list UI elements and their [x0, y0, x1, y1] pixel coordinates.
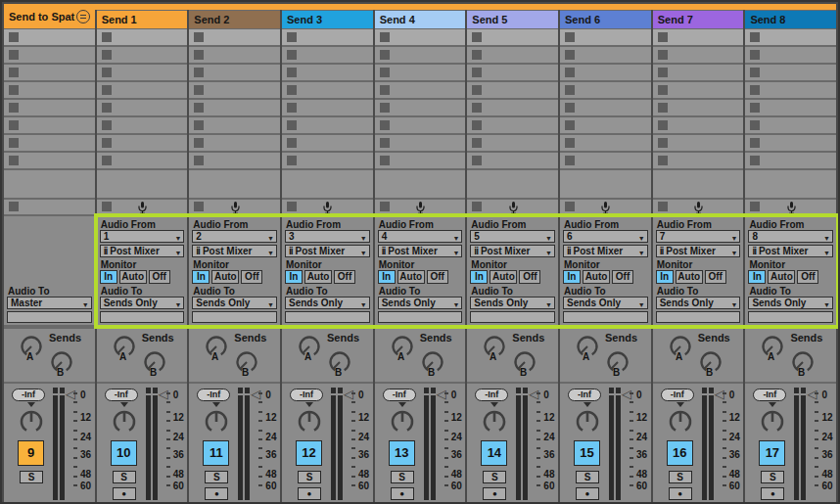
track-activator-button[interactable]: 12	[296, 440, 322, 466]
clip-stop-button[interactable]	[287, 85, 297, 95]
track-header[interactable]: Send 1	[97, 11, 188, 28]
clip-stop-button[interactable]	[194, 120, 204, 130]
solo-button[interactable]: S	[20, 471, 43, 483]
audio-to-select[interactable]: Sends Only▼	[378, 297, 463, 309]
stop-all-clips-button[interactable]	[9, 202, 19, 211]
clip-slot[interactable]	[467, 153, 558, 168]
send-knob-a[interactable]: A	[574, 334, 601, 365]
track-activator-button[interactable]: 17	[759, 440, 785, 466]
clip-slot[interactable]	[97, 100, 188, 115]
clip-slot[interactable]	[653, 82, 744, 98]
arm-record-button[interactable]: ●	[391, 487, 414, 500]
clip-slot[interactable]	[189, 100, 280, 115]
clip-stop-button[interactable]	[194, 68, 204, 77]
clip-slot[interactable]	[467, 65, 558, 80]
monitor-in-button[interactable]: In	[656, 270, 674, 284]
solo-button[interactable]: S	[761, 471, 784, 483]
audio-to-select[interactable]: Sends Only▼	[470, 297, 555, 309]
audio-from-select[interactable]: 8▼	[748, 230, 833, 243]
clip-stop-button[interactable]	[102, 32, 112, 42]
clip-stop-button[interactable]	[287, 50, 297, 60]
send-knob-a[interactable]: A	[111, 334, 138, 365]
clip-stop-button[interactable]	[194, 103, 204, 113]
send-knob-a[interactable]: A	[203, 334, 230, 365]
clip-stop-button[interactable]	[9, 50, 19, 60]
clip-slot[interactable]	[467, 82, 558, 98]
clip-stop-button[interactable]	[194, 156, 204, 165]
pan-knob[interactable]	[666, 401, 695, 440]
monitor-auto-button[interactable]: Auto	[397, 270, 425, 284]
clip-slot[interactable]	[282, 117, 373, 133]
solo-button[interactable]: S	[576, 471, 599, 483]
audio-from-select[interactable]: 4▼	[378, 230, 463, 243]
clip-slot[interactable]	[97, 29, 188, 45]
send-knob-a[interactable]: A	[759, 334, 786, 365]
clip-stop-button[interactable]	[658, 68, 668, 77]
clip-slot[interactable]	[282, 29, 373, 45]
arm-record-button[interactable]: ●	[669, 487, 692, 500]
clip-stop-button[interactable]	[472, 50, 482, 60]
send-knob-b[interactable]: B	[48, 349, 75, 381]
clip-stop-button[interactable]	[380, 138, 390, 148]
routing-point-select[interactable]: iiPost Mixer▼	[470, 245, 555, 257]
clip-stop-button[interactable]	[9, 103, 19, 113]
clip-stop-button[interactable]	[102, 85, 112, 95]
pan-knob[interactable]	[17, 401, 46, 440]
clip-stop-button[interactable]	[565, 50, 575, 60]
clip-stop-button[interactable]	[194, 32, 204, 42]
audio-to-select[interactable]: Sends Only▼	[192, 297, 277, 309]
clip-slot[interactable]	[467, 29, 558, 45]
clip-slot[interactable]	[189, 65, 280, 80]
clip-stop-button[interactable]	[194, 138, 204, 148]
send-knob-a[interactable]: A	[667, 334, 694, 365]
send-knob-b[interactable]: B	[697, 349, 724, 381]
track-header[interactable]: Send 5	[467, 11, 558, 28]
clip-stop-button[interactable]	[565, 68, 575, 77]
clip-slot[interactable]	[375, 65, 466, 80]
clip-stop-button[interactable]	[380, 103, 390, 113]
clip-stop-button[interactable]	[565, 156, 575, 165]
send-knob-a[interactable]: A	[481, 334, 508, 365]
send-knob-b[interactable]: B	[604, 349, 631, 381]
clip-slot[interactable]	[745, 135, 836, 151]
clip-stop-button[interactable]	[750, 120, 760, 130]
track-header[interactable]: Send 4	[375, 11, 466, 28]
monitor-off-button[interactable]: Off	[519, 270, 540, 284]
send-knob-b[interactable]: B	[141, 349, 168, 381]
clip-slot[interactable]	[467, 117, 558, 133]
send-knob-a[interactable]: A	[296, 334, 323, 365]
routing-point-select[interactable]: iiPost Mixer▼	[563, 245, 648, 257]
clip-stop-button[interactable]	[565, 85, 575, 95]
track-activator-button[interactable]: 16	[667, 440, 693, 466]
clip-slot[interactable]	[653, 135, 744, 151]
volume-display[interactable]: -Inf	[290, 389, 323, 401]
solo-button[interactable]: S	[483, 471, 506, 483]
monitor-off-button[interactable]: Off	[334, 270, 355, 284]
clip-slot[interactable]	[560, 100, 651, 115]
clip-slot[interactable]	[467, 100, 558, 115]
monitor-off-button[interactable]: Off	[705, 270, 726, 284]
clip-slot[interactable]	[189, 135, 280, 151]
stop-all-clips-button[interactable]	[194, 202, 204, 211]
track-header[interactable]: Send 8	[745, 11, 836, 28]
stop-all-clips-button[interactable]	[472, 202, 482, 211]
clip-stop-button[interactable]	[750, 103, 760, 113]
arm-record-button[interactable]: ●	[761, 487, 784, 500]
clip-slot[interactable]	[560, 117, 651, 133]
clip-slot[interactable]	[745, 100, 836, 115]
volume-display[interactable]: -Inf	[105, 389, 138, 401]
clip-stop-button[interactable]	[380, 156, 390, 165]
clip-stop-button[interactable]	[287, 103, 297, 113]
audio-to-select[interactable]: Sends Only▼	[656, 297, 741, 309]
solo-button[interactable]: S	[391, 471, 414, 483]
clip-slot[interactable]	[189, 117, 280, 133]
clip-slot[interactable]	[97, 47, 188, 63]
clip-stop-button[interactable]	[102, 68, 112, 77]
clip-slot[interactable]	[560, 135, 651, 151]
clip-stop-button[interactable]	[472, 85, 482, 95]
arm-record-button[interactable]: ●	[113, 487, 136, 500]
clip-slot[interactable]	[745, 29, 836, 45]
clip-slot[interactable]	[4, 100, 95, 115]
send-knob-b[interactable]: B	[789, 349, 817, 381]
stop-all-clips-button[interactable]	[380, 202, 390, 211]
